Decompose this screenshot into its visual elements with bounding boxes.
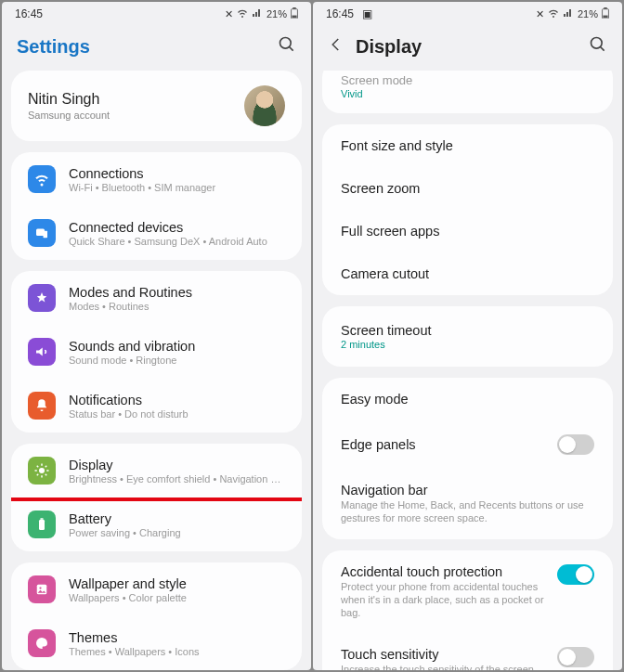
row-sub: Manage the Home, Back, and Recents butto… xyxy=(341,498,594,525)
row-title: Modes and Routines xyxy=(69,285,285,300)
row-title: Notifications xyxy=(69,393,285,407)
row-touch-sensitivity[interactable]: Touch sensitivity Increase the touch sen… xyxy=(322,633,613,670)
settings-group: Connections Wi-Fi • Bluetooth • SIM mana… xyxy=(11,152,302,260)
row-battery[interactable]: Battery Power saving • Charging xyxy=(11,498,302,551)
svg-line-15 xyxy=(46,466,47,468)
row-sub: Quick Share • Samsung DeX • Android Auto xyxy=(69,236,285,247)
wifi-icon xyxy=(28,165,56,193)
svg-rect-1 xyxy=(292,7,295,9)
row-display[interactable]: Display Brightness • Eye comfort shield … xyxy=(11,444,302,501)
row-title: Screen mode xyxy=(341,73,594,87)
settings-screen: 16:45 ✕ 21% Settings Nitin Singh xyxy=(2,2,311,670)
svg-line-24 xyxy=(601,47,604,51)
row-connected-devices[interactable]: Connected devices Quick Share • Samsung … xyxy=(11,206,302,260)
battery-percent: 21% xyxy=(266,8,287,19)
row-sub: Wi-Fi • Bluetooth • SIM manager xyxy=(69,182,285,193)
row-title: Edge panels xyxy=(341,437,416,452)
app-icon: ▣ xyxy=(362,7,372,20)
settings-group: Wallpaper and style Wallpapers • Color p… xyxy=(11,562,302,670)
svg-point-23 xyxy=(592,38,603,49)
display-list[interactable]: Screen mode Vivid Font size and style Sc… xyxy=(313,71,622,670)
row-modes[interactable]: Modes and Routines Modes • Routines xyxy=(11,271,302,325)
settings-list[interactable]: Nitin Singh Samsung account Connections … xyxy=(2,71,311,670)
row-sub: Status bar • Do not disturb xyxy=(69,408,285,420)
brightness-icon xyxy=(28,457,56,485)
svg-rect-16 xyxy=(39,520,45,530)
row-font[interactable]: Font size and style xyxy=(322,124,613,167)
row-wallpaper[interactable]: Wallpaper and style Wallpapers • Color p… xyxy=(11,562,302,616)
row-fullscreen[interactable]: Full screen apps xyxy=(322,210,613,252)
avatar[interactable] xyxy=(244,85,285,126)
row-sub: Vivid xyxy=(341,88,594,99)
svg-line-12 xyxy=(37,466,39,468)
page-title: Display xyxy=(356,36,422,58)
toggle-accidental-touch[interactable] xyxy=(557,564,594,585)
svg-rect-22 xyxy=(603,16,607,19)
svg-line-14 xyxy=(37,474,39,476)
row-themes[interactable]: Themes Themes • Wallpapers • Icons xyxy=(11,616,302,670)
settings-group: Modes and Routines Modes • Routines Soun… xyxy=(11,271,302,433)
row-title: Sounds and vibration xyxy=(69,339,285,354)
svg-point-19 xyxy=(39,587,41,588)
wifi-icon xyxy=(237,7,248,20)
row-title: Font size and style xyxy=(341,138,594,153)
back-button[interactable] xyxy=(328,36,344,57)
toggle-edge-panels[interactable] xyxy=(557,434,594,455)
row-sub: Wallpapers • Color palette xyxy=(69,592,285,603)
display-group: Easy mode Edge panels Navigation bar Man… xyxy=(322,378,613,539)
toggle-touch-sensitivity[interactable] xyxy=(557,647,594,667)
display-header: Display xyxy=(313,26,622,71)
svg-line-4 xyxy=(290,47,293,51)
mute-icon: ✕ xyxy=(225,8,233,20)
profile-name: Nitin Singh xyxy=(28,91,244,108)
wallpaper-icon xyxy=(28,575,56,603)
row-sub: 2 minutes xyxy=(341,339,594,350)
row-title: Accidental touch protection xyxy=(341,564,548,579)
bell-icon xyxy=(28,392,56,420)
sound-icon xyxy=(28,338,56,366)
row-title: Easy mode xyxy=(341,392,594,407)
row-title: Touch sensitivity xyxy=(341,647,548,662)
row-navigation-bar[interactable]: Navigation bar Manage the Home, Back, an… xyxy=(322,469,613,539)
row-title: Wallpaper and style xyxy=(69,576,285,591)
row-sub: Protect your phone from accidental touch… xyxy=(341,580,548,620)
battery-icon xyxy=(602,7,609,20)
status-bar: 16:45 ✕ 21% xyxy=(2,2,311,26)
row-sub: Brightness • Eye comfort shield • Naviga… xyxy=(69,473,285,485)
row-screen-mode[interactable]: Screen mode Vivid xyxy=(322,71,613,113)
row-easy-mode[interactable]: Easy mode xyxy=(322,378,613,420)
profile-card[interactable]: Nitin Singh Samsung account xyxy=(11,71,302,141)
row-cutout[interactable]: Camera cutout xyxy=(322,252,613,295)
row-title: Connected devices xyxy=(69,220,285,235)
devices-icon xyxy=(28,219,56,247)
row-accidental-touch[interactable]: Accidental touch protection Protect your… xyxy=(322,550,613,634)
status-left: 16:45 ▣ xyxy=(326,7,372,20)
row-edge-panels[interactable]: Edge panels xyxy=(322,420,613,469)
row-title: Screen zoom xyxy=(341,181,594,196)
status-time: 16:45 xyxy=(15,7,43,20)
row-title: Themes xyxy=(69,630,285,645)
row-connections[interactable]: Connections Wi-Fi • Bluetooth • SIM mana… xyxy=(11,152,302,206)
row-sub: Increase the touch sensitivity of the sc… xyxy=(341,663,548,670)
row-sub: Power saving • Charging xyxy=(69,527,285,538)
display-screen: 16:45 ▣ ✕ 21% Display xyxy=(313,2,622,670)
themes-icon xyxy=(28,629,56,657)
svg-line-13 xyxy=(46,474,47,476)
row-sounds[interactable]: Sounds and vibration Sound mode • Ringto… xyxy=(11,325,302,379)
display-group: Accidental touch protection Protect your… xyxy=(322,550,613,670)
row-screen-timeout[interactable]: Screen timeout 2 minutes xyxy=(322,306,613,367)
modes-icon xyxy=(28,284,56,312)
search-icon[interactable] xyxy=(589,35,607,58)
svg-rect-2 xyxy=(292,16,296,19)
status-right: ✕ 21% xyxy=(536,7,609,20)
profile-sub: Samsung account xyxy=(28,110,244,121)
display-group: Screen timeout 2 minutes xyxy=(322,306,613,367)
row-title: Screen timeout xyxy=(341,323,594,338)
search-icon[interactable] xyxy=(278,35,296,58)
row-notifications[interactable]: Notifications Status bar • Do not distur… xyxy=(11,379,302,433)
row-title: Connections xyxy=(69,166,285,181)
battery-setting-icon xyxy=(28,510,56,538)
row-zoom[interactable]: Screen zoom xyxy=(322,167,613,210)
svg-rect-6 xyxy=(44,231,48,239)
battery-icon xyxy=(291,7,298,20)
